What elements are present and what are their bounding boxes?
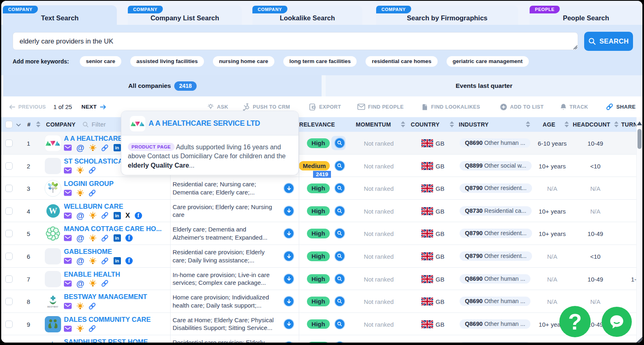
svg-text:BESTWAY: BESTWAY xyxy=(48,306,59,308)
